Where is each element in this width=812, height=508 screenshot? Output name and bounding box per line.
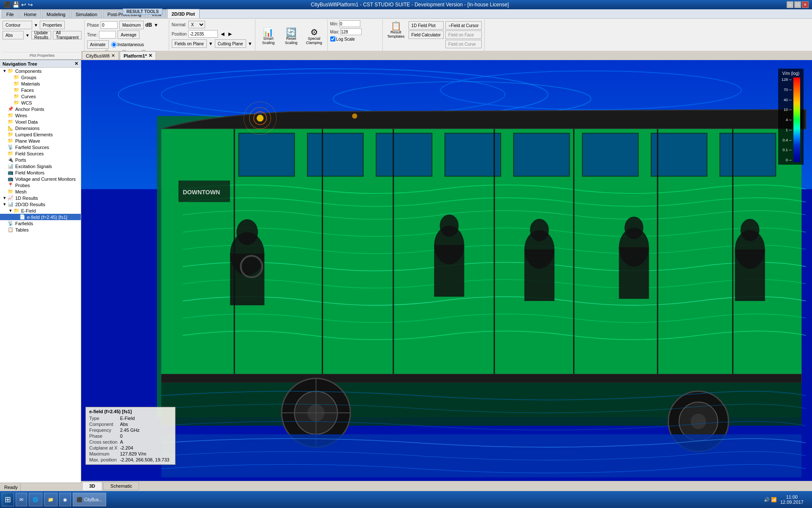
nav-item[interactable]: 📁Materials <box>0 80 81 87</box>
phase-input[interactable] <box>101 21 118 29</box>
svg-point-30 <box>741 219 760 241</box>
cutting-plane-arrow[interactable]: ▼ <box>248 41 252 46</box>
nav-item-icon: 📁 <box>8 132 14 137</box>
svg-point-48 <box>691 414 706 429</box>
position-input[interactable] <box>188 30 218 38</box>
nav-item[interactable]: 📍Probes <box>0 182 81 188</box>
nav-item-icon: 📁 <box>14 75 20 80</box>
smart-scaling-btn[interactable]: 📊 SmartScaling <box>258 27 279 46</box>
cutting-plane-btn[interactable]: Cutting Plane <box>215 39 246 48</box>
nav-item[interactable]: ▾📊2D/3D Results <box>0 201 81 207</box>
tab-2d3dplot[interactable]: 2D/3D Plot <box>167 9 200 18</box>
vp-tab-citybus-close[interactable]: ✕ <box>111 53 115 58</box>
maximum-btn[interactable]: Maximum <box>119 21 143 29</box>
nav-item[interactable]: 📊Excitation Signals <box>0 163 81 169</box>
maximize-btn[interactable]: □ <box>794 1 801 8</box>
bottom-tab-schematic[interactable]: Schematic <box>103 482 139 490</box>
log-scale-check[interactable] <box>330 36 335 41</box>
nav-item[interactable]: 📁Voxel Data <box>0 119 81 125</box>
window-controls[interactable]: ─ □ ✕ <box>787 1 809 8</box>
animate-btn[interactable]: Animate <box>87 40 109 49</box>
nav-item[interactable]: 📁Wires <box>0 112 81 119</box>
properties-btn[interactable]: Properties <box>40 21 65 29</box>
contour-arrow[interactable]: ▼ <box>34 23 38 28</box>
nav-item[interactable]: ▾📁E-Field <box>0 207 81 214</box>
start-btn[interactable]: ⊞ <box>2 493 14 506</box>
nav-item[interactable]: 📺Field Monitors <box>0 169 81 176</box>
nav-item-label: Field Monitors <box>15 170 44 175</box>
fields-plane-arrow[interactable]: ▼ <box>208 41 213 46</box>
expand-icon[interactable]: ▾ <box>2 202 8 207</box>
contour-btn[interactable]: Contour <box>3 21 32 29</box>
vp-tab-platform-close[interactable]: ✕ <box>148 53 152 58</box>
update-results-btn[interactable]: UpdateResults <box>31 31 51 39</box>
all-transparent-btn[interactable]: AllTransparent <box>53 31 82 39</box>
expand-icon[interactable]: ▾ <box>2 68 8 74</box>
close-btn[interactable]: ✕ <box>802 1 809 8</box>
tab-file[interactable]: File <box>2 10 19 18</box>
nav-item[interactable]: ▾📈1D Results <box>0 195 81 201</box>
nav-item[interactable]: 📋Tables <box>0 226 81 233</box>
vp-tab-citybus[interactable]: CityBusWifi ✕ <box>82 51 119 60</box>
pos-plus-btn[interactable]: ► <box>227 30 233 37</box>
nav-item[interactable]: 🔌Ports <box>0 157 81 163</box>
field-at-cursor-btn[interactable]: ○ Field at Cursor <box>445 21 482 30</box>
field-on-curve-btn[interactable]: Field on Curve <box>445 40 482 48</box>
instantaneous-radio[interactable] <box>111 42 117 47</box>
normal-select[interactable]: XYZ <box>188 21 205 28</box>
abs-btn[interactable]: Abs <box>3 31 24 39</box>
nav-item-label: Components <box>15 69 41 74</box>
tab-modeling[interactable]: Modeling <box>42 10 70 18</box>
minimize-btn[interactable]: ─ <box>787 1 793 8</box>
nav-item-icon: 📺 <box>8 176 14 182</box>
vp-tab-platform[interactable]: Platform1* ✕ <box>120 51 156 60</box>
max-input[interactable] <box>340 28 362 35</box>
quick-access-redo[interactable]: ↪ <box>28 1 33 8</box>
nav-item[interactable]: 📁Faces <box>0 87 81 93</box>
nav-item[interactable]: 📁Mesh <box>0 188 81 195</box>
nav-item[interactable]: 📁Lumped Elements <box>0 131 81 138</box>
window-title: CityBusWifiPlatform1 - CST STUDIO SUITE … <box>33 2 787 8</box>
pos-minus-btn[interactable]: ◄ <box>219 30 225 37</box>
abs-arrow[interactable]: ▼ <box>25 33 30 38</box>
nav-item[interactable]: 📡Farfield Sources <box>0 144 81 150</box>
taskbar-explorer[interactable]: 📁 <box>44 493 58 506</box>
field-calculator-btn[interactable]: Field Calculator <box>409 30 444 39</box>
nav-panel-close[interactable]: ✕ <box>74 61 78 66</box>
quick-access-save[interactable]: 💾 <box>12 1 19 8</box>
nav-item[interactable]: 📡Farfields <box>0 220 81 226</box>
taskbar-chrome[interactable]: ◉ <box>59 493 71 506</box>
expand-icon[interactable]: ▾ <box>8 208 14 213</box>
nav-item-icon: 🔌 <box>8 157 14 163</box>
nav-item[interactable]: 📁WCS <box>0 99 81 106</box>
taskbar-outlook[interactable]: ✉ <box>16 493 27 506</box>
nav-item[interactable]: 📁Groups <box>0 74 81 80</box>
taskbar-cst[interactable]: ⬛ CityBus... <box>73 493 106 506</box>
nav-item[interactable]: 📄e-field (f=2.45) [fs1] <box>0 214 81 220</box>
taskbar-ie[interactable]: 🌐 <box>29 493 42 506</box>
field-on-face-btn[interactable]: Field on Face <box>445 30 482 39</box>
tab-home[interactable]: Home <box>19 10 41 18</box>
average-btn[interactable]: Average <box>118 30 139 39</box>
bottom-tab-3d[interactable]: 3D <box>82 482 102 490</box>
special-clamping-btn[interactable]: ⚙ SpecialClamping <box>304 27 325 46</box>
main-viewport[interactable]: DOWNTOWN V/m (log) <box>81 60 812 490</box>
time-input[interactable] <box>99 31 116 39</box>
nav-item[interactable]: 📁Plane Wave <box>0 138 81 144</box>
nav-item[interactable]: 📌Anchor Points <box>0 106 81 112</box>
nav-item[interactable]: 📁Curves <box>0 93 81 99</box>
1d-field-plot-btn[interactable]: 1D Field Plot <box>409 21 444 30</box>
fields-on-plane-btn[interactable]: Fields on Plane <box>172 39 207 48</box>
expand-icon[interactable]: ▾ <box>2 195 8 201</box>
tab-simulation[interactable]: Simulation <box>71 10 102 18</box>
quick-access-undo[interactable]: ↩ <box>21 1 26 8</box>
titlebar-icons: ⬛ 💾 ↩ ↪ <box>3 1 33 8</box>
nav-item[interactable]: 📺Voltage and Current Monitors <box>0 176 81 182</box>
db-arrow[interactable]: ▼ <box>154 22 159 28</box>
min-input[interactable] <box>339 20 360 27</box>
nav-item[interactable]: 📐Dimensions <box>0 125 81 131</box>
result-templates-btn[interactable]: 📋 ResultTemplates <box>385 20 407 40</box>
nav-item[interactable]: ▾📁Components <box>0 68 81 74</box>
nav-item[interactable]: 📁Field Sources <box>0 150 81 157</box>
reset-scaling-btn[interactable]: 🔄 ResetScaling <box>281 27 302 46</box>
